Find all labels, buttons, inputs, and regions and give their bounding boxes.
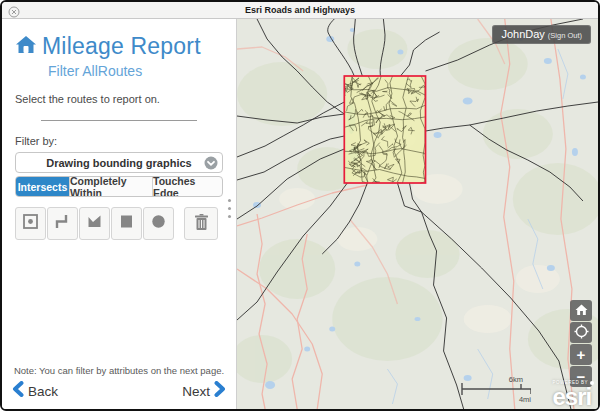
map-controls: + −: [570, 300, 592, 387]
trash-icon: [193, 213, 210, 235]
home-extent-button[interactable]: [570, 300, 592, 321]
user-name: JohnDay: [501, 28, 544, 40]
dropdown-selected-value: Drawing bounding graphics: [46, 157, 191, 169]
panel-resize-handle[interactable]: [224, 195, 235, 222]
point-icon: [22, 213, 39, 234]
home-icon: [575, 303, 588, 318]
page-subtitle: Filter AllRoutes: [48, 63, 223, 79]
close-icon[interactable]: [8, 4, 20, 16]
note-text: Note: You can filter by attributes on th…: [2, 365, 236, 376]
scale-km-label: 6km: [509, 375, 523, 384]
map-canvas[interactable]: [237, 19, 598, 409]
mileage-report-panel: Mileage Report Filter AllRoutes Select t…: [2, 19, 237, 409]
spatial-filter-tabs: Intersects Completely Within Touches Edg…: [15, 176, 223, 197]
chevron-right-icon: [214, 381, 226, 401]
polyline-tool-button[interactable]: [47, 207, 78, 240]
back-label: Back: [28, 384, 58, 399]
rectangle-tool-button[interactable]: [111, 207, 142, 240]
chevron-left-icon: [12, 381, 24, 401]
polygon-tool-button[interactable]: [79, 207, 110, 240]
clear-graphics-button[interactable]: [184, 207, 218, 240]
user-signout-button[interactable]: JohnDay (Sign Out): [492, 25, 591, 44]
chevron-down-icon: [204, 156, 218, 174]
next-label: Next: [182, 384, 210, 399]
app-window: Esri Roads and Highways Mileage Report F…: [0, 0, 600, 411]
divider-line: [41, 120, 197, 121]
scale-mi-label: 4mi: [519, 395, 531, 404]
circle-icon: [150, 213, 167, 234]
filter-by-label: Filter by:: [15, 135, 223, 147]
locate-icon: [574, 324, 589, 341]
locate-button[interactable]: [570, 322, 592, 343]
esri-logo: POWERED BY esri: [552, 381, 594, 410]
filter-method-dropdown[interactable]: Drawing bounding graphics: [15, 152, 223, 173]
tab-intersects[interactable]: Intersects: [16, 177, 69, 196]
draw-tools-toolbar: [15, 207, 223, 240]
polygon-icon: [86, 213, 103, 234]
circle-tool-button[interactable]: [143, 207, 174, 240]
esri-brand-label: esri: [552, 385, 594, 409]
polyline-icon: [54, 213, 71, 234]
map-container: JohnDay (Sign Out): [237, 19, 598, 409]
home-icon: [15, 35, 37, 59]
window-title: Esri Roads and Highways: [2, 5, 598, 15]
page-title: Mileage Report: [42, 33, 201, 60]
scalebar: 6km 4mi: [461, 379, 531, 401]
zoom-in-button[interactable]: +: [570, 344, 592, 365]
instruction-text: Select the routes to report on.: [15, 93, 223, 105]
rectangle-icon: [118, 213, 135, 234]
tab-touches-edge[interactable]: Touches Edge: [152, 177, 222, 196]
back-button[interactable]: Back: [12, 381, 58, 401]
titlebar: Esri Roads and Highways: [2, 2, 598, 19]
selection-graphic: [344, 76, 425, 183]
sign-out-label: (Sign Out): [548, 31, 582, 40]
next-button[interactable]: Next: [182, 381, 226, 401]
tab-completely-within[interactable]: Completely Within: [69, 177, 152, 196]
point-tool-button[interactable]: [15, 207, 46, 240]
